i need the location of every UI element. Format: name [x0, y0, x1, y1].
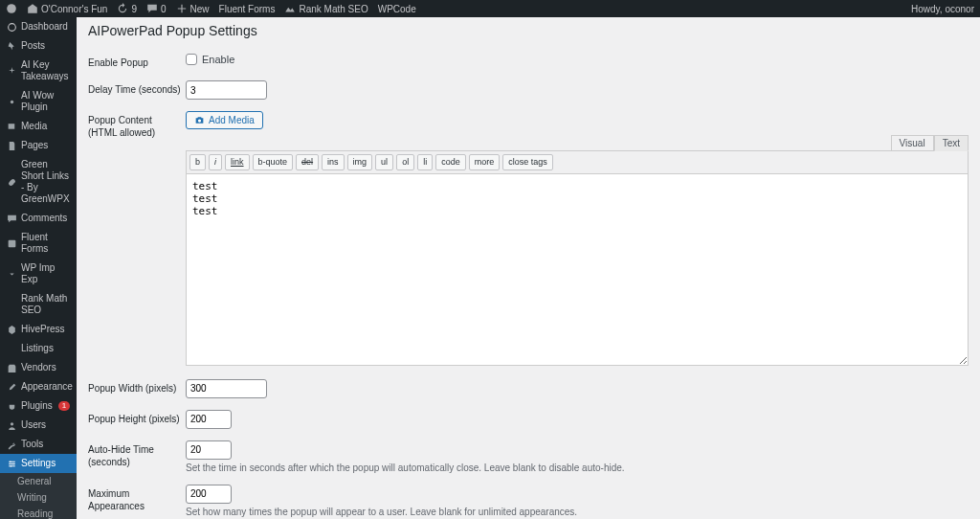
wp-logo[interactable] — [6, 3, 17, 14]
enable-label: Enable Popup — [88, 54, 186, 69]
gear-icon — [6, 96, 17, 107]
comment-icon — [6, 213, 17, 224]
media-icon — [6, 121, 17, 132]
content-editor[interactable] — [186, 174, 969, 366]
menu-plugins[interactable]: Plugins1 — [0, 396, 77, 416]
qt-del[interactable]: del — [296, 154, 319, 170]
height-input[interactable] — [186, 410, 232, 429]
enable-check-text: Enable — [202, 54, 234, 65]
qt-li[interactable]: li — [417, 154, 433, 170]
qt-img[interactable]: img — [347, 154, 373, 170]
admin-bar: O'Connor's Fun 9 0 New Fluent Forms Rank… — [0, 0, 980, 17]
autohide-input[interactable] — [186, 440, 232, 460]
autohide-label: Auto-Hide Time (seconds) — [88, 440, 186, 468]
qt-bquote[interactable]: b-quote — [253, 154, 294, 170]
site-name[interactable]: O'Connor's Fun — [27, 3, 107, 14]
updates[interactable]: 9 — [117, 3, 137, 14]
menu-ai-wow[interactable]: AI Wow Plugin — [0, 86, 77, 117]
quicktags-toolbar: b i link b-quote del ins img ul ol li co… — [186, 150, 969, 174]
brush-icon — [6, 381, 17, 393]
menu-media[interactable]: Media — [0, 117, 77, 136]
qt-code[interactable]: code — [435, 154, 466, 170]
add-media-button[interactable]: Add Media — [186, 111, 263, 129]
page-title: AIPowerPad Popup Settings — [88, 23, 969, 38]
delay-input[interactable] — [186, 80, 267, 100]
menu-listings[interactable]: Listings — [0, 339, 77, 358]
menu-ai-takeaways[interactable]: AI Key Takeaways — [0, 56, 77, 86]
howdy-user[interactable]: Howdy, oconor — [911, 4, 974, 14]
wrench-icon — [6, 439, 17, 450]
delay-label: Delay Time (seconds) — [88, 80, 186, 96]
width-label: Popup Width (pixels) — [88, 379, 186, 395]
qt-close[interactable]: close tags — [502, 154, 553, 170]
plug-icon — [6, 400, 17, 412]
menu-pages[interactable]: Pages — [0, 136, 77, 155]
admin-sidebar: Dashboard Posts AI Key Takeaways AI Wow … — [0, 17, 77, 519]
settings-page: AIPowerPad Popup Settings Enable Popup E… — [77, 17, 980, 519]
menu-tools[interactable]: Tools — [0, 435, 77, 454]
svg-rect-4 — [8, 239, 15, 247]
store-icon — [6, 362, 17, 373]
menu-users[interactable]: Users — [0, 416, 77, 435]
import-icon — [6, 268, 17, 280]
menu-posts[interactable]: Posts — [0, 36, 77, 56]
tab-visual[interactable]: Visual — [891, 135, 934, 151]
list-icon — [6, 343, 17, 354]
qt-b[interactable]: b — [189, 154, 206, 170]
menu-hivepress[interactable]: HivePress — [0, 320, 77, 339]
sliders-icon — [6, 458, 17, 469]
sub-general[interactable]: General — [0, 473, 77, 489]
tab-text[interactable]: Text — [934, 135, 969, 151]
new-content[interactable]: New — [176, 3, 210, 14]
qt-ins[interactable]: ins — [322, 154, 345, 170]
qt-ol[interactable]: ol — [396, 154, 414, 170]
menu-wp-imp-exp[interactable]: WP Imp Exp — [0, 259, 77, 289]
wpcode-bar[interactable]: WPCode — [378, 4, 416, 14]
maxapp-desc: Set how many times the popup will appear… — [186, 507, 969, 517]
svg-point-7 — [12, 463, 14, 464]
svg-point-10 — [198, 119, 201, 122]
fluent-forms-bar[interactable]: Fluent Forms — [219, 4, 276, 14]
hive-icon — [6, 324, 17, 335]
width-input[interactable] — [186, 379, 267, 398]
svg-rect-3 — [8, 124, 14, 129]
qt-link[interactable]: link — [225, 154, 250, 170]
menu-dashboard[interactable]: Dashboard — [0, 17, 77, 36]
rankmath-bar[interactable]: Rank Math SEO — [284, 3, 368, 14]
maxapp-label: Maximum Appearances — [88, 485, 186, 512]
chart-icon — [6, 299, 17, 310]
pin-icon — [6, 40, 17, 52]
maxapp-input[interactable] — [186, 485, 232, 504]
form-icon — [6, 237, 17, 249]
update-badge: 1 — [58, 401, 70, 411]
qt-i[interactable]: i — [209, 154, 222, 170]
menu-vendors[interactable]: Vendors — [0, 358, 77, 377]
svg-point-5 — [10, 422, 12, 425]
dashboard-icon — [6, 21, 17, 33]
svg-point-0 — [7, 4, 16, 13]
settings-submenu: General Writing Reading Discussion Media… — [0, 473, 77, 519]
menu-rankmath[interactable]: Rank Math SEO — [0, 289, 77, 320]
page-icon — [6, 140, 17, 151]
enable-checkbox[interactable] — [186, 54, 197, 65]
svg-point-2 — [10, 100, 12, 102]
sub-writing[interactable]: Writing — [0, 489, 77, 506]
content-label: Popup Content (HTML allowed) — [88, 111, 186, 139]
menu-settings[interactable]: Settings — [0, 454, 77, 473]
menu-appearance[interactable]: Appearance — [0, 377, 77, 396]
autohide-desc: Set the time in seconds after which the … — [186, 463, 969, 473]
sparkle-icon — [6, 65, 17, 77]
svg-point-6 — [10, 461, 11, 463]
qt-more[interactable]: more — [469, 154, 501, 170]
height-label: Popup Height (pixels) — [88, 410, 186, 425]
menu-fluent-forms[interactable]: Fluent Forms — [0, 228, 77, 259]
user-icon — [6, 419, 17, 431]
link-icon — [6, 176, 17, 188]
menu-comments[interactable]: Comments — [0, 209, 77, 228]
qt-ul[interactable]: ul — [375, 154, 393, 170]
menu-green-links[interactable]: Green Short Links - By GreenWPX — [0, 155, 77, 209]
svg-point-8 — [10, 464, 11, 466]
comments-count[interactable]: 0 — [146, 3, 167, 14]
camera-icon — [194, 115, 205, 125]
sub-reading[interactable]: Reading — [0, 506, 77, 519]
